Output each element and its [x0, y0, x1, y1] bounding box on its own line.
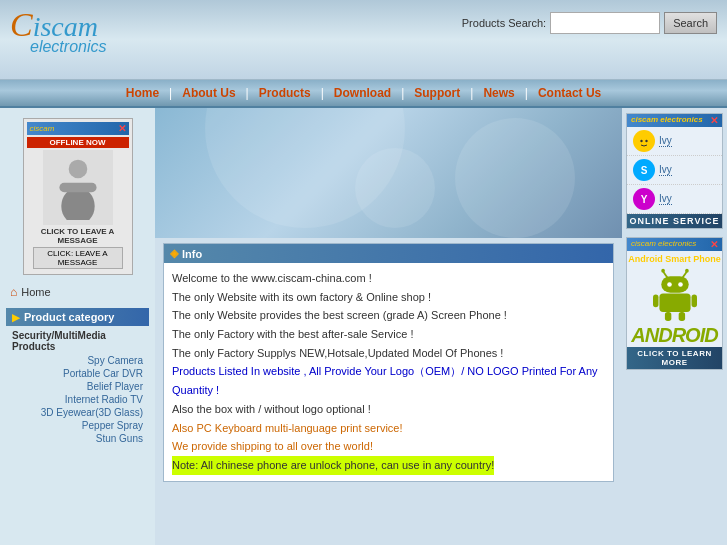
product-category: ▶ Product category Security/MultiMedia P… — [6, 308, 149, 445]
right-sidebar: ciscam electronics ✕ Ivy — [622, 108, 727, 545]
android-widget-close[interactable]: ✕ — [710, 239, 718, 250]
online-widget-logo: ciscam electronics — [631, 115, 703, 126]
offline-badge: OFFLINE NOW — [27, 137, 129, 148]
offline-widget-header: ciscam ✕ — [27, 122, 129, 135]
info-arrow-icon: ◈ — [170, 247, 178, 260]
navbar: Home | About Us | Products | Download | … — [0, 80, 727, 108]
info-line-8: Also PC Keyboard multi-language print se… — [172, 419, 605, 438]
search-area: Products Search: Search — [462, 12, 717, 34]
svg-point-0 — [68, 160, 87, 179]
service-row-skype: S Ivy — [627, 156, 722, 185]
svg-point-4 — [640, 140, 642, 142]
android-logo-text: ANDROID — [627, 324, 722, 347]
nav-contact[interactable]: Contact Us — [528, 86, 611, 100]
android-widget-logo: ciscam electronics — [631, 239, 696, 250]
info-line-7: Also the box with / without logo optiona… — [172, 400, 605, 419]
online-service-footer: ONLINE SERVICE — [627, 214, 722, 228]
android-learn-more-button[interactable]: CLICK TO LEARN MORE — [627, 347, 722, 369]
category-arrow-icon: ▶ — [12, 312, 20, 323]
banner-area — [155, 108, 622, 238]
svg-point-1 — [61, 188, 94, 221]
info-line-2: The only Website with its own factory & … — [172, 288, 605, 307]
skype-icon: S — [633, 159, 655, 181]
info-line-3: The only Website provides the best scree… — [172, 306, 605, 325]
svg-rect-19 — [691, 295, 697, 308]
svg-rect-18 — [653, 295, 659, 308]
qq-contact-name[interactable]: Ivy — [659, 135, 672, 147]
offline-logo: ciscam — [30, 124, 55, 133]
cat-internet-radio[interactable]: Internet Radio TV — [6, 393, 149, 406]
yahoo-contact-name[interactable]: Ivy — [659, 193, 672, 205]
cat-portable-dvr[interactable]: Portable Car DVR — [6, 367, 149, 380]
offline-close[interactable]: ✕ — [118, 123, 126, 134]
logo: Ciscam electronics — [10, 8, 106, 56]
info-line-1: Welcome to the www.ciscam-china.com ! — [172, 269, 605, 288]
svg-point-5 — [645, 140, 647, 142]
offline-avatar — [43, 150, 113, 225]
android-widget-header: ciscam electronics ✕ — [627, 238, 722, 251]
header: Ciscam electronics Products Search: Sear… — [0, 0, 727, 80]
info-box: ◈ Info Welcome to the www.ciscam-china.c… — [163, 243, 614, 482]
svg-text:Y: Y — [641, 194, 648, 205]
qq-icon — [633, 130, 655, 152]
home-icon: ⌂ — [10, 285, 17, 299]
info-line-5: The only Factory Supplys NEW,Hotsale,Upd… — [172, 344, 605, 363]
left-sidebar: ciscam ✕ OFFLINE NOW CLICK TO LEAVE A ME… — [0, 108, 155, 545]
offline-widget: ciscam ✕ OFFLINE NOW CLICK TO LEAVE A ME… — [23, 118, 133, 275]
cat-belief-player[interactable]: Belief Player — [6, 380, 149, 393]
info-line-4: The only Factory with the best after-sal… — [172, 325, 605, 344]
product-category-title: Product category — [24, 311, 114, 323]
svg-rect-20 — [664, 312, 670, 321]
nav-download[interactable]: Download — [324, 86, 401, 100]
info-box-title: Info — [182, 248, 202, 260]
nav-about[interactable]: About Us — [172, 86, 245, 100]
svg-rect-21 — [678, 312, 684, 321]
breadcrumb: ⌂ Home — [0, 280, 155, 304]
cat-3d-eyewear[interactable]: 3D Eyewear(3D Glass) — [6, 406, 149, 419]
android-title: Android Smart Phone — [627, 251, 722, 265]
online-widget-header: ciscam electronics ✕ — [627, 114, 722, 127]
svg-point-15 — [667, 282, 672, 287]
search-button[interactable]: Search — [664, 12, 717, 34]
info-box-header: ◈ Info — [164, 244, 613, 263]
info-content: Welcome to the www.ciscam-china.com ! Th… — [164, 263, 613, 481]
online-widget-close[interactable]: ✕ — [710, 115, 718, 126]
svg-rect-2 — [59, 183, 96, 192]
nav-support[interactable]: Support — [404, 86, 470, 100]
nav-home[interactable]: Home — [116, 86, 169, 100]
logo-electronics: electronics — [30, 38, 106, 56]
click-message: CLICK TO LEAVE A MESSAGE — [27, 227, 129, 245]
nav-products[interactable]: Products — [249, 86, 321, 100]
svg-point-16 — [678, 282, 683, 287]
svg-rect-14 — [661, 276, 689, 293]
info-line-6: Products Listed In website , All Provide… — [172, 362, 605, 399]
android-robot-icon — [650, 267, 700, 322]
service-row-yahoo: Y Ivy — [627, 185, 722, 214]
cat-pepper-spray[interactable]: Pepper Spray — [6, 419, 149, 432]
banner-deco2 — [455, 118, 575, 238]
svg-point-13 — [685, 269, 689, 273]
search-label: Products Search: — [462, 17, 546, 29]
skype-contact-name[interactable]: Ivy — [659, 164, 672, 176]
product-category-header: ▶ Product category — [6, 308, 149, 326]
center-content: ◈ Info Welcome to the www.ciscam-china.c… — [155, 108, 622, 545]
info-line-10: Note: All chinese phone are unlock phone… — [172, 456, 494, 475]
cat-spy-camera[interactable]: Spy Camera — [6, 354, 149, 367]
svg-point-12 — [661, 269, 665, 273]
breadcrumb-home[interactable]: Home — [21, 286, 50, 298]
cat-stun-guns[interactable]: Stun Guns — [6, 432, 149, 445]
svg-text:S: S — [641, 165, 648, 176]
yahoo-icon: Y — [633, 188, 655, 210]
category-section-title: Security/MultiMedia Products — [6, 326, 149, 354]
leave-message-button[interactable]: CLICK: LEAVE A MESSAGE — [33, 247, 123, 269]
info-line-9: We provide shipping to all over the worl… — [172, 437, 605, 456]
online-service-widget: ciscam electronics ✕ Ivy — [626, 113, 723, 229]
svg-rect-17 — [659, 294, 690, 312]
search-input[interactable] — [550, 12, 660, 34]
service-row-qq: Ivy — [627, 127, 722, 156]
main-area: ciscam ✕ OFFLINE NOW CLICK TO LEAVE A ME… — [0, 108, 727, 545]
nav-news[interactable]: News — [473, 86, 524, 100]
android-widget: ciscam electronics ✕ Android Smart Phone — [626, 237, 723, 370]
banner-deco3 — [355, 148, 435, 228]
